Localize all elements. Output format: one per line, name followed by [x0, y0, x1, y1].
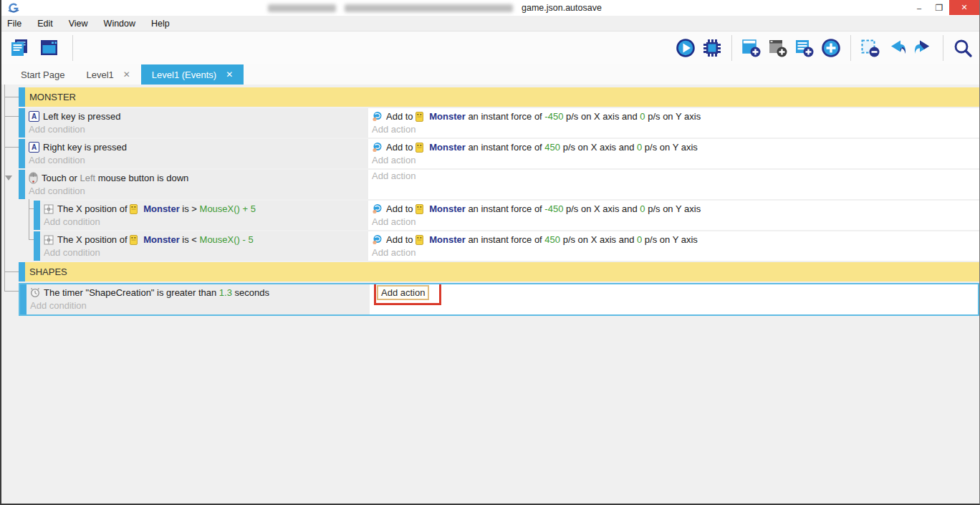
conditions-cell[interactable]: The X position of Monster is < MouseX() … [40, 231, 368, 261]
play-icon[interactable] [675, 37, 696, 59]
action-line[interactable]: Add to Monster an instant force of -450 … [368, 201, 979, 216]
add-event-icon[interactable] [741, 37, 762, 59]
menu-file[interactable]: File [7, 19, 21, 29]
close-button[interactable]: ✕ [949, 0, 979, 15]
actions-cell[interactable]: Add action [370, 284, 978, 314]
event-row[interactable]: Touch or Left mouse button is downAdd co… [19, 170, 979, 199]
event-handle-bar[interactable] [19, 170, 25, 199]
add-action-link[interactable]: Add action [377, 285, 429, 300]
event-row[interactable]: ARight key is pressedAdd conditionAdd to… [19, 139, 979, 168]
add-condition-link[interactable]: Add condition [25, 185, 368, 198]
parameter-value: -450 [544, 111, 563, 122]
add-action-link[interactable]: Add action [368, 216, 979, 229]
events-sheet[interactable]: MONSTERALeft key is pressedAdd condition… [1, 85, 979, 504]
sentence-text: The X position of [57, 234, 130, 245]
event-handle-bar[interactable] [19, 87, 25, 107]
object-reference: Monster [130, 203, 180, 214]
menu-window[interactable]: Window [104, 19, 135, 29]
tab-level1[interactable]: Level1 ✕ [75, 64, 140, 85]
add-condition-link[interactable]: Add condition [40, 246, 368, 259]
group-header[interactable]: MONSTER [25, 87, 979, 107]
sentence-text: an instant force of [466, 142, 545, 153]
tab-close-icon[interactable]: ✕ [123, 69, 130, 80]
tab-start-page[interactable]: Start Page [10, 64, 75, 85]
force-icon [372, 111, 383, 122]
add-action-link[interactable]: Add action [368, 123, 979, 136]
event-row[interactable]: ALeft key is pressedAdd conditionAdd to … [19, 108, 979, 138]
monster-icon [415, 235, 423, 245]
sentence-text: Right key is pressed [43, 142, 127, 153]
actions-cell[interactable]: Add to Monster an instant force of 450 p… [368, 231, 979, 261]
restore-button[interactable]: ❐ [929, 0, 949, 15]
add-condition-link[interactable]: Add condition [25, 123, 368, 136]
conditions-cell[interactable]: ARight key is pressedAdd condition [25, 139, 368, 168]
event-handle-bar[interactable] [19, 139, 25, 168]
actions-cell[interactable]: Add to Monster an instant force of 450 p… [368, 139, 979, 168]
event-row[interactable]: The X position of Monster is < MouseX() … [34, 231, 979, 261]
condition-line[interactable]: The X position of Monster is > MouseX() … [40, 201, 368, 216]
add-action-link[interactable]: Add action [368, 246, 979, 259]
actions-cell[interactable]: Add to Monster an instant force of -450 … [368, 201, 979, 230]
expander-triangle-icon[interactable] [5, 175, 12, 181]
monster-icon [415, 204, 423, 214]
add-subevent-icon[interactable] [767, 37, 789, 59]
minimize-button[interactable]: – [909, 0, 929, 15]
event-row[interactable]: The timer "ShapeCreation" is greater tha… [19, 283, 979, 316]
event-handle-bar[interactable] [34, 231, 40, 261]
search-icon[interactable] [952, 37, 974, 59]
sentence-text: an instant force of [466, 111, 545, 122]
menu-help[interactable]: Help [151, 19, 170, 29]
event-handle-bar[interactable] [19, 262, 25, 282]
sentence-text: p/s on Y axis [645, 111, 701, 122]
tab-level1-events[interactable]: Level1 (Events) ✕ [141, 64, 244, 85]
sentence-text: The X position of [57, 203, 130, 214]
sentence-text: Add to [386, 111, 415, 122]
project-manager-icon[interactable] [9, 37, 30, 59]
menu-edit[interactable]: Edit [37, 19, 53, 29]
toolbar-right [675, 32, 974, 64]
conditions-cell[interactable]: The timer "ShapeCreation" is greater tha… [27, 284, 370, 314]
menu-bar: File Edit View Window Help [1, 16, 979, 32]
tab-close-icon[interactable]: ✕ [226, 69, 233, 80]
action-line[interactable]: Add to Monster an instant force of -450 … [368, 108, 979, 123]
condition-line[interactable]: Touch or Left mouse button is down [25, 170, 368, 185]
object-reference: Monster [415, 203, 466, 214]
conditions-cell[interactable]: ALeft key is pressedAdd condition [25, 108, 368, 138]
conditions-cell[interactable]: The X position of Monster is > MouseX() … [40, 201, 368, 230]
debug-icon[interactable] [701, 37, 723, 59]
remove-event-icon[interactable] [860, 37, 881, 59]
actions-cell[interactable]: Add to Monster an instant force of -450 … [368, 108, 979, 138]
position-icon [44, 204, 54, 214]
condition-line[interactable]: The timer "ShapeCreation" is greater tha… [27, 284, 370, 299]
redo-icon[interactable] [913, 37, 934, 59]
add-action-link[interactable]: Add action [368, 154, 979, 167]
parameter-text: Left [80, 173, 95, 183]
object-name: Monster [143, 234, 180, 245]
condition-line[interactable]: ALeft key is pressed [25, 108, 368, 123]
group-header[interactable]: SHAPES [25, 262, 979, 282]
event-handle-bar[interactable] [19, 108, 25, 138]
add-circle-icon[interactable] [820, 37, 842, 59]
event-row[interactable]: The X position of Monster is > MouseX() … [34, 201, 979, 230]
sentence-text: an instant force of [466, 234, 545, 245]
sentence-text: Add to [386, 142, 415, 153]
add-condition-link[interactable]: Add condition [27, 299, 370, 312]
condition-line[interactable]: The X position of Monster is < MouseX() … [40, 231, 368, 246]
undo-icon[interactable] [886, 37, 908, 59]
menu-view[interactable]: View [69, 19, 88, 29]
condition-line[interactable]: ARight key is pressed [25, 139, 368, 154]
action-line[interactable]: Add to Monster an instant force of 450 p… [368, 231, 979, 246]
add-action-link[interactable]: Add action [368, 170, 979, 183]
event-group-row[interactable]: SHAPES [19, 262, 979, 282]
scene-editor-icon[interactable] [39, 37, 60, 59]
action-line[interactable]: Add to Monster an instant force of 450 p… [368, 139, 979, 154]
event-handle-bar[interactable] [34, 201, 40, 230]
actions-cell[interactable]: Add action [368, 170, 979, 199]
add-comment-icon[interactable] [794, 37, 815, 59]
add-condition-link[interactable]: Add condition [40, 216, 368, 229]
event-group-row[interactable]: MONSTER [19, 87, 979, 107]
force-icon [372, 203, 383, 214]
event-handle-bar[interactable] [20, 284, 27, 314]
conditions-cell[interactable]: Touch or Left mouse button is downAdd co… [25, 170, 368, 199]
add-condition-link[interactable]: Add condition [25, 154, 368, 167]
